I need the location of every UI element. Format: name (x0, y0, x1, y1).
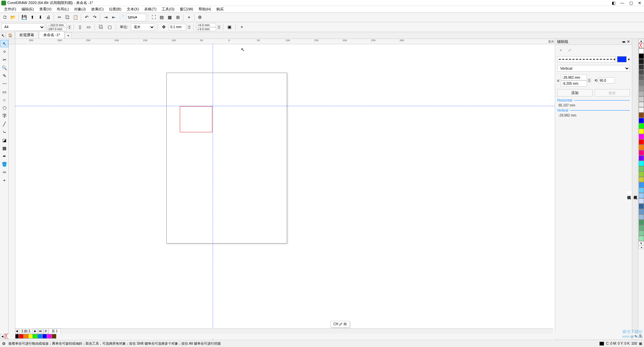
pick-tool-icon[interactable]: ↖ (0, 32, 6, 39)
landscape-icon[interactable]: ▭ (85, 23, 92, 31)
color-swatch[interactable] (639, 150, 644, 155)
color-swatch[interactable] (33, 334, 38, 339)
docker-tab-styles[interactable]: 对象样式 (633, 191, 638, 194)
status-extra-icon[interactable]: ▦ (639, 342, 642, 345)
last-page-icon[interactable]: ⏭ (38, 329, 43, 334)
color-swatch[interactable] (639, 155, 644, 161)
color-swatch[interactable] (639, 134, 644, 139)
color-swatch[interactable] (639, 75, 644, 80)
parallel-dim-icon[interactable]: ╱ (0, 120, 8, 128)
dup-x-input[interactable]: ⇢ 5.0 mm (196, 23, 216, 27)
import-icon[interactable]: ⇥ (102, 14, 109, 21)
transparency-icon[interactable]: ▩ (0, 144, 8, 152)
horizontal-ruler[interactable]: 350 300 250 200 150 100 50 0 50 100 150 … (15, 39, 555, 44)
vertical-guide-value[interactable]: -28.982 mm (555, 113, 632, 118)
drawn-rectangle[interactable] (180, 106, 212, 132)
color-swatch[interactable] (639, 86, 644, 91)
menu-file[interactable]: 文件(F) (1, 6, 19, 12)
dup-y-input[interactable]: ⇣ 5.0 mm (196, 27, 216, 31)
treat-as-filled-icon[interactable]: ▣ (226, 23, 233, 31)
horizontal-guideline[interactable] (9, 106, 555, 106)
color-swatch[interactable] (38, 334, 42, 339)
color-swatch[interactable] (639, 107, 644, 113)
text-tool-icon[interactable]: 字 (0, 112, 8, 120)
color-swatch[interactable] (639, 48, 644, 54)
dup-spinner[interactable]: ▲▼ (217, 25, 221, 29)
color-swatch[interactable] (639, 102, 644, 107)
color-swatch[interactable] (639, 80, 644, 86)
x-spinner[interactable]: ▲▼ (588, 78, 591, 82)
open-icon[interactable]: 📂 (9, 14, 17, 21)
color-swatch[interactable] (639, 118, 644, 123)
pick-tool-icon[interactable]: ↖ (0, 40, 8, 47)
color-swatch[interactable] (639, 236, 644, 241)
color-swatch[interactable] (639, 54, 644, 59)
menu-layout[interactable]: 布局(L) (54, 6, 71, 12)
cloud-up-icon[interactable]: ⬆ (29, 14, 36, 21)
guide-color-swatch[interactable] (617, 56, 627, 62)
modify-guide-button[interactable]: 修改 (595, 89, 630, 96)
menu-window[interactable]: 窗口(W) (177, 6, 196, 12)
menu-table[interactable]: 表格(T) (142, 6, 159, 12)
export-icon[interactable]: ⇤ (110, 14, 117, 21)
color-swatch[interactable] (639, 166, 644, 171)
minimize-button[interactable]: — (619, 1, 625, 5)
guide-direction-select[interactable]: Vertical (557, 65, 630, 72)
ime-indicator[interactable]: CH 🖉 简 (330, 321, 350, 328)
canvas[interactable]: ↖ (15, 44, 555, 340)
horizontal-guide-value[interactable]: 85.107 mm (555, 103, 632, 108)
color-swatch[interactable] (639, 59, 644, 64)
menu-help[interactable]: 帮助(H) (196, 6, 214, 12)
cut-icon[interactable]: ✂ (56, 14, 63, 21)
zoom-level[interactable]: 58% ▾ (126, 14, 146, 21)
color-swatch[interactable] (639, 230, 644, 236)
color-swatch[interactable] (639, 182, 644, 188)
shape-tool-icon[interactable]: ✧ (0, 48, 8, 55)
ruler-corner[interactable] (9, 39, 15, 44)
color-swatch[interactable] (639, 171, 644, 177)
add-guide-button[interactable]: 添加 (557, 89, 593, 96)
next-page-icon[interactable]: ▶ (33, 329, 38, 334)
current-page-icon[interactable]: ▢ (106, 23, 113, 31)
dim-spinner[interactable]: ▲▼ (68, 25, 71, 29)
outline-tool-icon[interactable]: ✑ (0, 168, 8, 176)
snap-icon[interactable]: ⌖ (185, 14, 193, 21)
color-swatch[interactable] (639, 198, 644, 204)
print-icon[interactable]: 🖨 (45, 14, 52, 21)
zoom-tool-icon[interactable]: 🔍 (0, 64, 8, 71)
color-swatch[interactable] (639, 123, 644, 129)
docker-close-icon[interactable]: ◂▸ ✕ (622, 40, 630, 44)
fullscreen-icon[interactable]: ⛶ (150, 14, 157, 21)
color-swatch[interactable] (19, 334, 23, 339)
copy-icon[interactable]: ⿻ (64, 14, 71, 21)
color-swatch[interactable] (639, 113, 644, 118)
x-position-input-2[interactable] (561, 80, 587, 86)
canvas-area[interactable]: 毫米 350 300 250 200 150 100 50 0 50 100 1… (9, 39, 555, 340)
dock-button[interactable]: ◧ (610, 1, 616, 5)
color-swatch[interactable] (639, 96, 644, 102)
page-size-select[interactable]: A4 (1, 23, 45, 31)
page-tab[interactable]: 页 1 (49, 329, 61, 334)
color-swatch[interactable] (639, 64, 644, 70)
connector-tool-icon[interactable]: ⤷ (0, 128, 8, 136)
ellipse-tool-icon[interactable]: ○ (0, 96, 8, 103)
home-tab[interactable]: 🏠 (6, 32, 15, 39)
color-swatch[interactable] (639, 129, 644, 134)
options-icon[interactable]: ⚙ (196, 14, 204, 21)
new-icon[interactable]: 🗋 (1, 14, 9, 21)
welcome-tab[interactable]: 欢迎屏幕 (15, 31, 39, 39)
add-page-icon[interactable]: ⊕ (43, 329, 49, 334)
vertical-ruler[interactable] (9, 44, 15, 340)
vertical-guideline[interactable] (213, 39, 213, 340)
page-width-input[interactable]: ↔ 210.0 mm (46, 23, 66, 27)
view-guides-icon[interactable]: ⊞ (174, 14, 181, 21)
color-dropdown-icon[interactable]: ▾ (628, 57, 630, 62)
document-tab[interactable]: 未命名 -1* (39, 31, 64, 39)
add-icon[interactable]: + (238, 23, 246, 31)
gear-icon[interactable]: ⚙ (2, 341, 6, 346)
color-swatch[interactable] (639, 209, 644, 214)
angled-guides-icon[interactable]: ⟋ (566, 46, 573, 54)
menu-object[interactable]: 对象(J) (71, 6, 89, 12)
polygon-tool-icon[interactable]: ⬠ (0, 104, 8, 112)
current-color-chip[interactable] (599, 342, 604, 346)
